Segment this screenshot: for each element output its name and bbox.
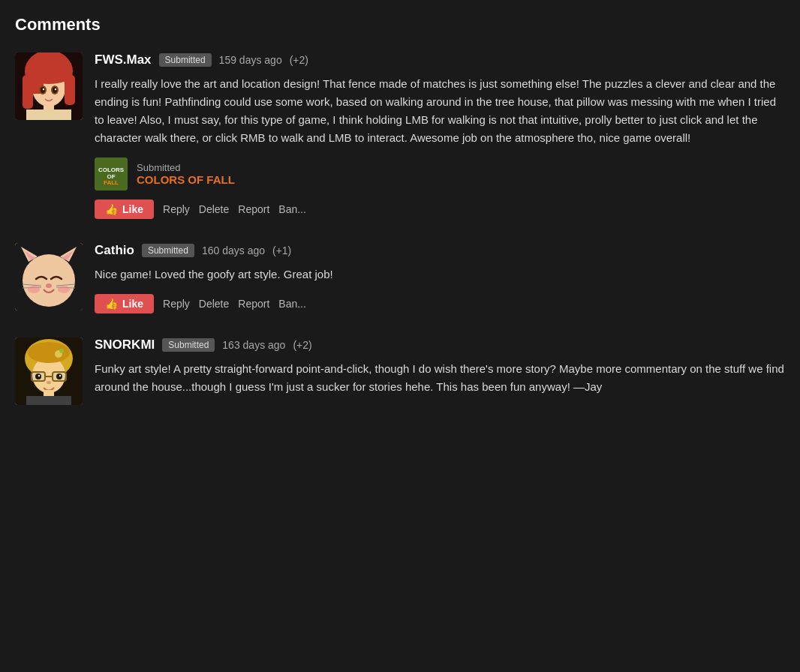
vote: (+2) [293, 339, 311, 351]
timestamp: 159 days ago [219, 54, 282, 66]
reply-button[interactable]: Reply [163, 203, 190, 215]
svg-point-25 [46, 284, 52, 288]
svg-point-49 [59, 349, 64, 353]
svg-rect-14 [26, 110, 71, 120]
comment-header: FWS.Max Submitted 159 days ago (+2) [95, 52, 785, 68]
action-bar: 👍 Like Reply Delete Report Ban... [95, 294, 785, 314]
avatar [15, 338, 83, 405]
page-title: Comments [15, 15, 785, 34]
reply-avatar: COLORS OF FALL [95, 158, 128, 190]
like-button[interactable]: 👍 Like [95, 200, 154, 219]
username: FWS.Max [95, 52, 152, 68]
vote: (+1) [272, 244, 291, 256]
timestamp: 163 days ago [222, 339, 285, 351]
comment-content: FWS.Max Submitted 159 days ago (+2) I re… [95, 52, 785, 219]
comment-block: FWS.Max Submitted 159 days ago (+2) I re… [15, 52, 785, 219]
svg-point-20 [23, 254, 75, 307]
reply-submitted-label: Submitted [137, 162, 235, 173]
svg-text:COLORS: COLORS [98, 166, 125, 173]
comment-block: SNORKMI Submitted 163 days ago (+2) Funk… [15, 338, 785, 406]
comment-header: SNORKMI Submitted 163 days ago (+2) [95, 338, 785, 352]
svg-point-10 [53, 87, 57, 93]
avatar [15, 243, 83, 310]
thumbs-up-icon: 👍 [105, 298, 118, 310]
comments-container: FWS.Max Submitted 159 days ago (+2) I re… [15, 52, 785, 406]
comment-text: Nice game! Loved the goofy art style. Gr… [95, 266, 785, 284]
svg-point-44 [59, 375, 61, 376]
vote: (+2) [290, 54, 308, 66]
reply-info: Submitted COLORS OF FALL [137, 162, 235, 186]
reply-game-name: COLORS OF FALL [137, 173, 235, 186]
comment-content: SNORKMI Submitted 163 days ago (+2) Funk… [95, 338, 785, 406]
svg-point-42 [56, 374, 62, 380]
thumbs-up-icon: 👍 [105, 203, 118, 215]
svg-point-35 [28, 342, 70, 363]
delete-button[interactable]: Delete [199, 298, 229, 310]
svg-rect-47 [26, 396, 71, 405]
submitted-badge: Submitted [142, 244, 194, 257]
comment-block: Cathio Submitted 160 days ago (+1) Nice … [15, 243, 785, 314]
delete-button[interactable]: Delete [199, 203, 229, 215]
comment-text: Funky art style! A pretty straight-forwa… [95, 360, 785, 396]
svg-point-9 [41, 87, 45, 93]
svg-point-30 [28, 286, 40, 293]
like-label: Like [122, 298, 143, 310]
avatar [15, 52, 83, 120]
ban-button[interactable]: Ban... [278, 203, 306, 215]
username: Cathio [95, 243, 134, 258]
timestamp: 160 days ago [202, 244, 265, 256]
submitted-reply-block: COLORS OF FALL Submitted COLORS OF FALL [95, 158, 785, 190]
svg-point-12 [55, 88, 56, 90]
svg-point-45 [47, 381, 51, 384]
submitted-badge: Submitted [162, 338, 215, 352]
action-bar: 👍 Like Reply Delete Report Ban... [95, 200, 785, 219]
comment-text: I really really love the art and locatio… [95, 75, 785, 147]
report-button[interactable]: Report [238, 298, 269, 310]
svg-point-43 [38, 375, 40, 376]
reply-button[interactable]: Reply [163, 298, 190, 310]
comment-header: Cathio Submitted 160 days ago (+1) [95, 243, 785, 258]
svg-point-31 [58, 286, 70, 293]
ban-button[interactable]: Ban... [278, 298, 306, 310]
svg-text:FALL: FALL [104, 179, 119, 186]
submitted-badge: Submitted [159, 53, 212, 67]
like-button[interactable]: 👍 Like [95, 294, 154, 314]
like-label: Like [122, 203, 143, 215]
report-button[interactable]: Report [238, 203, 269, 215]
svg-point-41 [35, 374, 41, 380]
svg-point-11 [43, 88, 44, 90]
comment-content: Cathio Submitted 160 days ago (+1) Nice … [95, 243, 785, 314]
svg-text:OF: OF [107, 173, 115, 180]
username: SNORKMI [95, 338, 155, 352]
